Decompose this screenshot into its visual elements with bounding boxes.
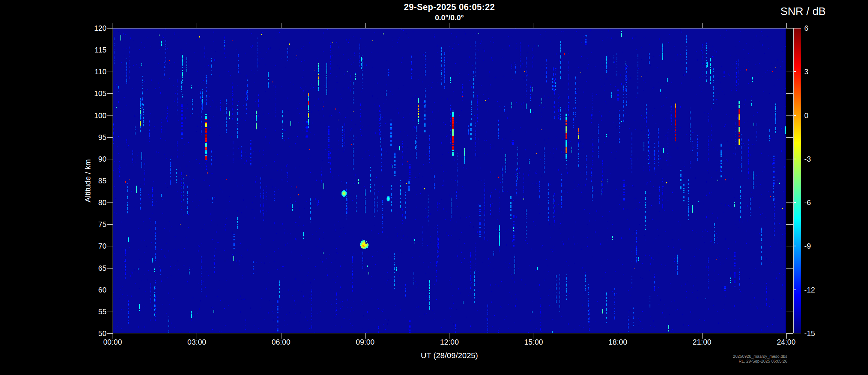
x-tick-label: 15:00: [524, 338, 543, 346]
y-tick-label: 115: [84, 46, 107, 54]
colorbar-units-label: SNR / dB: [762, 5, 844, 18]
credit-filename: 20250928_maarsy_meso.dbs: [733, 354, 787, 359]
x-tick-label: 00:00: [103, 338, 122, 346]
colorbar-tick: [794, 246, 796, 246]
colorbar-tick: [794, 115, 796, 116]
y-tick-label: 120: [84, 24, 107, 33]
x-tick-top: [281, 23, 281, 28]
maarsy-snr-screen: 29-Sep-2025 06:05:22 0.0°/0.0° SNR / dB …: [0, 0, 868, 375]
colorbar-tick: [794, 159, 796, 159]
y-tick-left: [107, 116, 113, 116]
y-tick-label: 110: [84, 68, 107, 76]
colorbar-tick: [794, 71, 796, 72]
x-tick-label: 24:00: [777, 338, 796, 346]
y-tick-right: [786, 268, 793, 268]
colorbar: [793, 28, 801, 333]
y-tick-left: [107, 224, 113, 225]
plot-title-block: 29-Sep-2025 06:05:22 0.0°/0.0°: [113, 2, 786, 22]
colorbar-tick-label: 6: [804, 24, 808, 33]
y-tick-left: [107, 290, 113, 290]
y-tick-left: [107, 312, 113, 312]
y-tick-left: [107, 28, 113, 28]
x-tick-top: [534, 23, 534, 28]
colorbar-tick: [794, 202, 796, 203]
y-tick-label: 50: [84, 329, 107, 338]
y-tick-left: [107, 93, 113, 94]
y-tick-left: [107, 246, 113, 246]
y-tick-left: [107, 50, 113, 50]
colorbar-tick-label: -3: [804, 154, 811, 163]
y-tick-left: [107, 159, 113, 159]
y-tick-right: [786, 159, 793, 159]
x-tick-top: [786, 23, 787, 28]
x-tick-top: [702, 23, 703, 28]
y-tick-label: 60: [84, 285, 107, 294]
y-tick-label: 95: [84, 133, 107, 141]
snr-heatmap-plot: [113, 28, 786, 333]
x-tick-top: [197, 23, 197, 28]
y-tick-right: [786, 202, 793, 203]
y-tick-right: [786, 72, 793, 72]
y-tick-right: [786, 93, 793, 94]
plot-title-beam-angles: 0.0°/0.0°: [113, 14, 786, 22]
y-tick-right: [786, 181, 793, 181]
y-tick-right: [786, 290, 793, 290]
x-tick-label: 12:00: [440, 338, 459, 346]
y-tick-left: [107, 137, 113, 138]
y-tick-label: 105: [84, 89, 107, 98]
y-tick-right: [786, 28, 793, 28]
y-tick-left: [107, 72, 113, 72]
x-tick-top: [365, 23, 366, 28]
y-tick-right: [786, 312, 793, 312]
snr-heatmap-canvas: [113, 28, 786, 333]
x-tick-label: 21:00: [693, 338, 712, 346]
y-tick-right: [786, 116, 793, 116]
x-tick-label: 18:00: [608, 338, 627, 346]
y-tick-right: [786, 333, 793, 334]
file-credit-text: 20250928_maarsy_meso.dbs RL, 29-Sep-2025…: [733, 354, 787, 364]
y-tick-left: [107, 333, 113, 334]
colorbar-tick: [794, 290, 796, 290]
y-tick-left: [107, 268, 113, 268]
x-tick-label: 03:00: [187, 338, 206, 346]
y-tick-label: 55: [84, 307, 107, 316]
y-axis-title: Altitude / km: [83, 159, 92, 202]
y-tick-label: 65: [84, 264, 107, 272]
x-tick-label: 09:00: [356, 338, 375, 346]
y-tick-right: [786, 137, 793, 138]
x-axis-title: UT (28/09/2025): [113, 351, 786, 360]
colorbar-tick-label: -15: [804, 329, 815, 338]
credit-timestamp: RL, 29-Sep-2025 06:05:26: [733, 359, 787, 364]
colorbar-tick-label: -12: [804, 285, 815, 294]
y-tick-right: [786, 50, 793, 50]
y-tick-label: 70: [84, 242, 107, 250]
y-tick-right: [786, 246, 793, 246]
colorbar-tick-label: 0: [804, 111, 808, 120]
y-tick-left: [107, 181, 113, 181]
y-tick-left: [107, 202, 113, 203]
plot-title-datetime: 29-Sep-2025 06:05:22: [113, 2, 786, 12]
x-tick-top: [113, 23, 113, 28]
y-tick-right: [786, 224, 793, 225]
y-tick-label: 75: [84, 220, 107, 229]
colorbar-tick-label: 3: [804, 68, 808, 76]
y-tick-label: 100: [84, 111, 107, 120]
x-tick-top: [618, 23, 618, 28]
colorbar-tick-label: -9: [804, 242, 811, 250]
x-tick-label: 06:00: [272, 338, 290, 346]
x-tick-top: [450, 23, 450, 28]
colorbar-tick-label: -6: [804, 198, 811, 207]
